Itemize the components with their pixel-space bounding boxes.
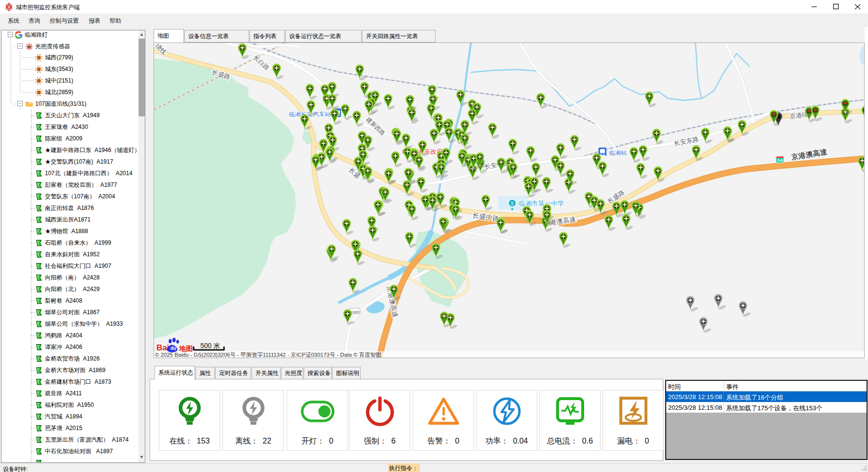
svg-text:G4: G4 — [777, 158, 783, 163]
svg-text:文: 文 — [510, 201, 515, 206]
svg-text:临湘市第一中学: 临湘市第一中学 — [518, 200, 564, 207]
svg-text:地图: 地图 — [179, 345, 193, 352]
svg-text:© 2025 Baidu - GS(2023)3206号 -: © 2025 Baidu - GS(2023)3206号 - 甲测资字11111… — [155, 352, 381, 358]
svg-text:临湘站: 临湘站 — [609, 150, 627, 156]
svg-text:du: du — [170, 346, 176, 351]
svg-text:Bai: Bai — [156, 343, 169, 352]
svg-text:500 米: 500 米 — [200, 342, 220, 349]
